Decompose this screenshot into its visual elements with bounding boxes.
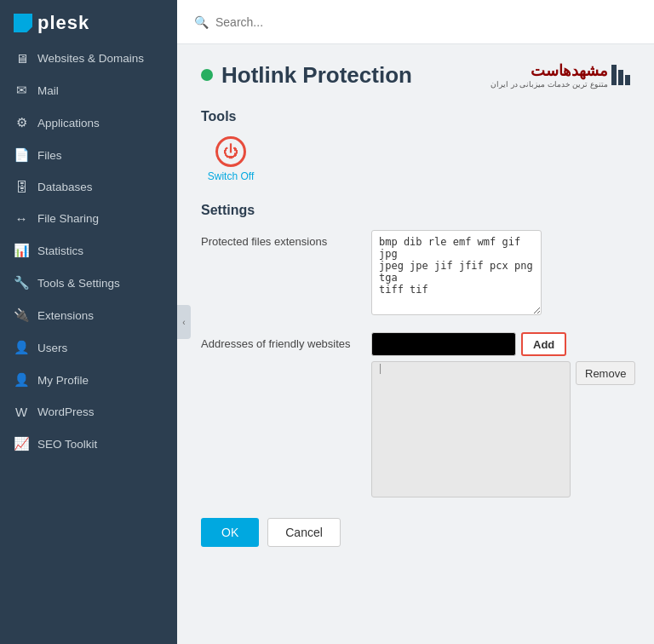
list-pipe: | — [372, 361, 388, 377]
addr-controls: | Remove — [371, 361, 635, 497]
sidebar-item-users[interactable]: 👤 Users — [0, 331, 177, 364]
sidebar-collapse-handle[interactable]: ‹ — [177, 305, 191, 339]
switch-off-button[interactable]: Switch Off — [201, 136, 261, 182]
sidebar-item-label: Mail — [37, 84, 59, 97]
address-text-input[interactable] — [371, 332, 516, 356]
address-input-row: Add — [371, 332, 635, 356]
sidebar-item-file-sharing[interactable]: ↔ File Sharing — [0, 203, 177, 234]
addresses-row: Addresses of friendly websites Add | Rem… — [201, 332, 630, 497]
sidebar-item-websites-domains[interactable]: 🖥 Websites & Domains — [0, 43, 177, 74]
brand-name: مشهدهاست — [531, 61, 608, 80]
sidebar-item-label: WordPress — [37, 405, 95, 418]
settings-section: Settings Protected files extensions bmp … — [201, 203, 630, 497]
files-icon: 📄 — [14, 147, 29, 163]
plesk-logo-text: plesk — [37, 12, 89, 34]
addresses-control: Add | Remove — [371, 332, 635, 497]
sidebar-item-label: Users — [37, 342, 67, 354]
brand-bar-icon — [611, 65, 630, 85]
page-title: Hotlink Protection — [221, 62, 412, 89]
sidebar-item-tools-settings[interactable]: 🔧 Tools & Settings — [0, 267, 177, 299]
statistics-icon: 📊 — [14, 243, 29, 258]
monitor-icon: 🖥 — [14, 51, 29, 66]
profile-icon: 👤 — [14, 372, 29, 388]
sidebar-item-label: Extensions — [37, 309, 94, 322]
sidebar-item-label: File Sharing — [37, 212, 99, 225]
sidebar-item-label: Tools & Settings — [37, 277, 120, 290]
tools-section-title: Tools — [201, 109, 630, 124]
databases-icon: 🗄 — [14, 180, 29, 194]
remove-button[interactable]: Remove — [576, 361, 635, 385]
sidebar-logo: plesk — [0, 0, 177, 43]
action-buttons: OK Cancel — [201, 518, 630, 547]
status-indicator — [201, 69, 213, 81]
sidebar-item-extensions[interactable]: 🔌 Extensions — [0, 299, 177, 331]
sidebar-item-label: Statistics — [37, 244, 83, 257]
cancel-button[interactable]: Cancel — [267, 518, 341, 547]
page-title-wrap: Hotlink Protection — [201, 62, 412, 89]
settings-section-title: Settings — [201, 203, 630, 218]
protected-extensions-label: Protected files extensions — [201, 230, 354, 248]
address-list[interactable]: | — [371, 361, 571, 497]
switch-off-label: Switch Off — [208, 170, 254, 182]
wordpress-icon: W — [14, 405, 29, 419]
sidebar-item-my-profile[interactable]: 👤 My Profile — [0, 364, 177, 396]
protected-extensions-control: bmp dib rle emf wmf gif jpg jpeg jpe jif… — [371, 230, 630, 319]
protected-extensions-row: Protected files extensions bmp dib rle e… — [201, 230, 630, 319]
sharing-icon: ↔ — [14, 211, 29, 226]
sidebar-item-applications[interactable]: ⚙ Applications — [0, 106, 177, 139]
sidebar-item-databases[interactable]: 🗄 Databases — [0, 171, 177, 203]
mail-icon: ✉ — [14, 83, 29, 98]
tools-section: Tools Switch Off — [201, 109, 630, 182]
extensions-icon: 🔌 — [14, 308, 29, 323]
addresses-label: Addresses of friendly websites — [201, 332, 354, 350]
plesk-logo-icon — [14, 14, 32, 32]
search-bar: 🔍 — [177, 0, 654, 44]
page-header: Hotlink Protection مشهدهاست متنوع ترین خ… — [201, 61, 630, 89]
sidebar-item-label: Files — [37, 149, 62, 162]
brand-icon-wrap: مشهدهاست متنوع ترین خدمات میزبانی در ایر… — [490, 61, 630, 89]
applications-icon: ⚙ — [14, 115, 29, 130]
sidebar-item-label: Databases — [37, 181, 93, 193]
ok-button[interactable]: OK — [201, 518, 259, 547]
tools-icon: 🔧 — [14, 275, 29, 290]
brand-logo: مشهدهاست متنوع ترین خدمات میزبانی در ایر… — [490, 61, 630, 89]
users-icon: 👤 — [14, 340, 29, 355]
sidebar-item-label: SEO Toolkit — [37, 438, 97, 451]
sidebar-item-label: My Profile — [37, 374, 89, 387]
sidebar-item-label: Websites & Domains — [37, 52, 144, 65]
power-icon — [215, 136, 246, 167]
protected-extensions-textarea[interactable]: bmp dib rle emf wmf gif jpg jpeg jpe jif… — [371, 230, 542, 315]
sidebar-item-wordpress[interactable]: W WordPress — [0, 396, 177, 428]
sidebar-item-files[interactable]: 📄 Files — [0, 139, 177, 171]
sidebar-item-statistics[interactable]: 📊 Statistics — [0, 234, 177, 267]
content-area: Hotlink Protection مشهدهاست متنوع ترین خ… — [177, 44, 654, 644]
search-icon: 🔍 — [194, 15, 209, 29]
sidebar-item-mail[interactable]: ✉ Mail — [0, 74, 177, 106]
search-input[interactable] — [215, 15, 637, 29]
main-content: 🔍 Hotlink Protection مشهدهاست متنوع ترین… — [177, 0, 654, 644]
sidebar-item-seo-toolkit[interactable]: 📈 SEO Toolkit — [0, 428, 177, 460]
add-button[interactable]: Add — [521, 332, 566, 356]
sidebar-item-label: Applications — [37, 117, 100, 129]
sidebar: plesk 🖥 Websites & Domains ✉ Mail ⚙ Appl… — [0, 0, 177, 644]
sidebar-nav: 🖥 Websites & Domains ✉ Mail ⚙ Applicatio… — [0, 43, 177, 644]
address-list-area: | — [371, 361, 571, 497]
brand-sub: متنوع ترین خدمات میزبانی در ایران — [490, 80, 608, 89]
seo-icon: 📈 — [14, 436, 29, 451]
